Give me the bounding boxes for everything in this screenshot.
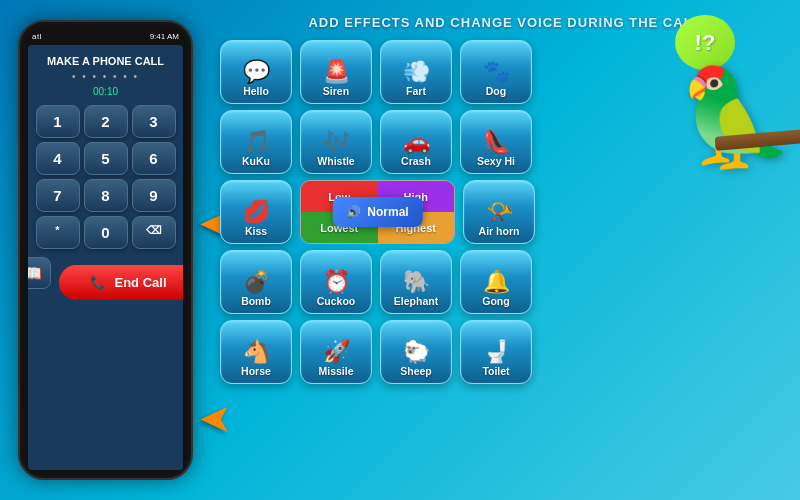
btn-crash[interactable]: 🚗 Crash <box>380 110 452 174</box>
btn-hello[interactable]: 💬 Hello <box>220 40 292 104</box>
btn-sheep[interactable]: 🐑 Sheep <box>380 320 452 384</box>
hello-icon: 💬 <box>243 61 270 83</box>
missile-label: Missile <box>318 365 353 377</box>
btn-elephant[interactable]: 🐘 Elephant <box>380 250 452 314</box>
airhorn-label: Air horn <box>479 225 520 237</box>
toilet-label: Toilet <box>482 365 509 377</box>
phone-key-star[interactable]: * <box>36 216 80 249</box>
phone-key-6[interactable]: 6 <box>132 142 176 175</box>
dog-label: Dog <box>486 85 506 97</box>
btn-gong[interactable]: 🔔 Gong <box>460 250 532 314</box>
cuckoo-icon: ⏰ <box>323 271 350 293</box>
phone-mockup: atl 9:41 AM MAKE A PHONE CALL • • • • • … <box>18 20 193 480</box>
phone-screen: MAKE A PHONE CALL • • • • • • • 00:10 1 … <box>28 45 183 470</box>
phone-key-8[interactable]: 8 <box>84 179 128 212</box>
airhorn-icon: 📯 <box>486 201 513 223</box>
horse-icon: 🐴 <box>243 341 270 363</box>
phone-key-3[interactable]: 3 <box>132 105 176 138</box>
btn-cuckoo[interactable]: ⏰ Cuckoo <box>300 250 372 314</box>
gong-label: Gong <box>482 295 509 307</box>
btn-toilet[interactable]: 🚽 Toilet <box>460 320 532 384</box>
effects-row-5: 🐴 Horse 🚀 Missile 🐑 Sheep 🚽 Toilet <box>220 320 790 384</box>
phone-key-0[interactable]: 0 <box>84 216 128 249</box>
parrot-decoration: !? 🦜 <box>675 5 795 165</box>
phone-number: • • • • • • • <box>72 71 139 82</box>
speech-bubble: !? <box>675 15 735 70</box>
phone-keypad: 1 2 3 4 5 6 7 8 9 * 0 ⌫ <box>36 105 176 249</box>
siren-label: Siren <box>323 85 349 97</box>
dog-icon: 🐾 <box>483 61 510 83</box>
phone-contacts-btn[interactable]: 📖 <box>28 257 51 289</box>
phone-key-2[interactable]: 2 <box>84 105 128 138</box>
phone-top-bar: atl 9:41 AM <box>26 32 185 41</box>
phone-key-1[interactable]: 1 <box>36 105 80 138</box>
kiss-label: Kiss <box>245 225 267 237</box>
speaker-icon: 🔊 <box>346 205 361 219</box>
fart-label: Fart <box>406 85 426 97</box>
kiss-icon: 💋 <box>243 201 270 223</box>
phone-icon: 📞 <box>90 275 106 290</box>
elephant-icon: 🐘 <box>403 271 430 293</box>
end-call-button[interactable]: 📞 End Call <box>59 265 184 300</box>
btn-dog[interactable]: 🐾 Dog <box>460 40 532 104</box>
horse-label: Horse <box>241 365 271 377</box>
phone-time: 9:41 AM <box>150 32 179 41</box>
whistle-icon: 🎶 <box>323 131 350 153</box>
bomb-icon: 💣 <box>243 271 270 293</box>
kuku-icon: 🎵 <box>243 131 270 153</box>
phone-call-title: MAKE A PHONE CALL <box>47 55 164 67</box>
effects-row-3: 💋 Kiss Low High Lowest Highest 🔊 Normal … <box>220 180 790 244</box>
effects-row-4: 💣 Bomb ⏰ Cuckoo 🐘 Elephant 🔔 Gong <box>220 250 790 314</box>
gong-icon: 🔔 <box>483 271 510 293</box>
btn-bomb[interactable]: 💣 Bomb <box>220 250 292 314</box>
phone-key-7[interactable]: 7 <box>36 179 80 212</box>
phone-timer: 00:10 <box>93 86 118 97</box>
bomb-label: Bomb <box>241 295 271 307</box>
btn-airhorn[interactable]: 📯 Air horn <box>463 180 535 244</box>
btn-missile[interactable]: 🚀 Missile <box>300 320 372 384</box>
crash-label: Crash <box>401 155 431 167</box>
parrot-icon: 🦜 <box>676 70 795 165</box>
pitch-normal-btn[interactable]: 🔊 Normal <box>332 197 422 227</box>
phone-key-9[interactable]: 9 <box>132 179 176 212</box>
hello-label: Hello <box>243 85 269 97</box>
sexy-label: Sexy Hi <box>477 155 515 167</box>
pitch-selector: Low High Lowest Highest 🔊 Normal <box>300 180 455 244</box>
siren-icon: 🚨 <box>323 61 350 83</box>
btn-whistle[interactable]: 🎶 Whistle <box>300 110 372 174</box>
btn-sexy[interactable]: 👠 Sexy Hi <box>460 110 532 174</box>
btn-fart[interactable]: 💨 Fart <box>380 40 452 104</box>
btn-kuku[interactable]: 🎵 KuKu <box>220 110 292 174</box>
btn-horse[interactable]: 🐴 Horse <box>220 320 292 384</box>
whistle-label: Whistle <box>317 155 354 167</box>
toilet-icon: 🚽 <box>483 341 510 363</box>
btn-kiss[interactable]: 💋 Kiss <box>220 180 292 244</box>
phone-key-backspace[interactable]: ⌫ <box>132 216 176 249</box>
sheep-icon: 🐑 <box>403 341 430 363</box>
sheep-label: Sheep <box>400 365 432 377</box>
phone-key-5[interactable]: 5 <box>84 142 128 175</box>
btn-siren[interactable]: 🚨 Siren <box>300 40 372 104</box>
cuckoo-label: Cuckoo <box>317 295 356 307</box>
sexy-icon: 👠 <box>483 131 510 153</box>
fart-icon: 💨 <box>403 61 430 83</box>
phone-key-4[interactable]: 4 <box>36 142 80 175</box>
elephant-label: Elephant <box>394 295 438 307</box>
missile-icon: 🚀 <box>323 341 350 363</box>
kuku-label: KuKu <box>242 155 270 167</box>
crash-icon: 🚗 <box>403 131 430 153</box>
phone-signal: atl <box>32 32 42 41</box>
